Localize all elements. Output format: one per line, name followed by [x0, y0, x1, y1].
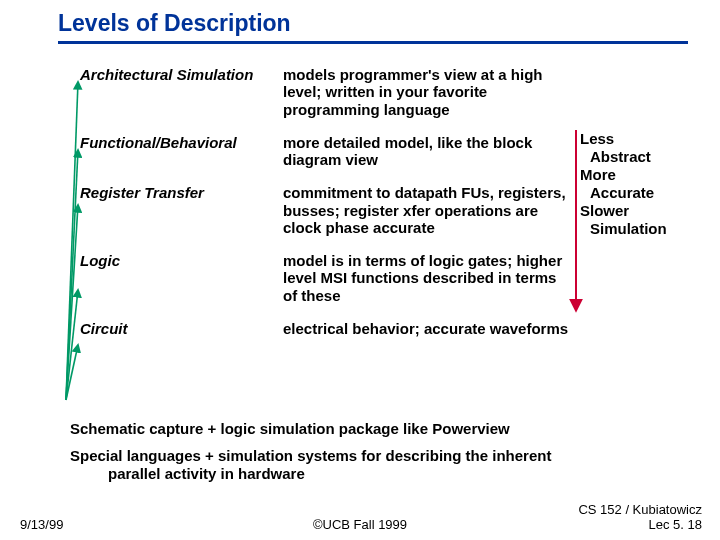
note-line: Schematic capture + logic simulation pac… — [70, 420, 680, 437]
side-line: Simulation — [580, 220, 667, 238]
footer-center: ©UCB Fall 1999 — [313, 517, 407, 532]
footer-course: CS 152 / Kubiatowicz — [578, 502, 702, 517]
side-line: Abstract — [580, 148, 667, 166]
footer-lecnum: Lec 5. 18 — [649, 517, 703, 532]
level-description: models programmer's view at a high level… — [283, 60, 581, 128]
table-row: Circuit electrical behavior; accurate wa… — [80, 314, 581, 347]
side-line: Accurate — [580, 184, 667, 202]
level-description: more detailed model, like the block diag… — [283, 128, 581, 179]
note-line: Special languages + simulation systems f… — [70, 447, 680, 482]
level-description: model is in terms of logic gates; higher… — [283, 246, 581, 314]
level-name: Architectural Simulation — [80, 60, 283, 128]
table-row: Register Transfer commitment to datapath… — [80, 178, 581, 246]
title-rule — [58, 41, 688, 44]
side-line: More — [580, 166, 667, 184]
level-description: commitment to datapath FUs, registers, b… — [283, 178, 581, 246]
levels-table: Architectural Simulation models programm… — [80, 60, 581, 347]
level-description: electrical behavior; accurate waveforms — [283, 314, 581, 347]
footer-right: CS 152 / Kubiatowicz Lec 5. 18 — [578, 503, 702, 532]
table-row: Architectural Simulation models programm… — [80, 60, 581, 128]
level-name: Logic — [80, 246, 283, 314]
table-row: Functional/Behavioral more detailed mode… — [80, 128, 581, 179]
note-text: parallel activity in hardware — [70, 465, 305, 482]
level-name: Functional/Behavioral — [80, 128, 283, 179]
side-line: Less — [580, 130, 667, 148]
abstraction-sidebar: Less Abstract More Accurate Slower Simul… — [580, 130, 667, 238]
note-text: Special languages + simulation systems f… — [70, 447, 551, 464]
footer-date: 9/13/99 — [20, 517, 63, 532]
side-line: Slower — [580, 202, 667, 220]
footer-notes: Schematic capture + logic simulation pac… — [70, 420, 680, 492]
table-row: Logic model is in terms of logic gates; … — [80, 246, 581, 314]
level-name: Register Transfer — [80, 178, 283, 246]
page-title: Levels of Description — [58, 10, 720, 37]
level-name: Circuit — [80, 314, 283, 347]
